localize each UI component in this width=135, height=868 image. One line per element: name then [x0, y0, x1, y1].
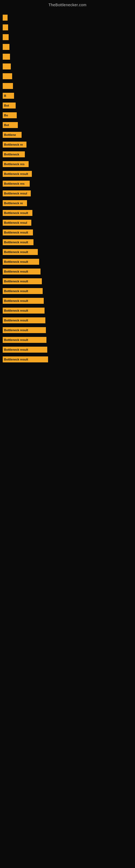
bar-label-26: Bottleneck result — [4, 270, 28, 273]
bar-row: Bottleneck result — [3, 229, 132, 236]
bar-20: Bottleneck result — [3, 210, 32, 216]
bar-row: Bottleneck result — [3, 170, 132, 178]
bar-row: Bottleneck result — [3, 307, 132, 314]
bar-row: Bottleneck result — [3, 355, 132, 363]
bar-30: Bottleneck result — [3, 308, 45, 314]
bar-row: Bot — [3, 102, 132, 109]
bar-row: Bottleneck result — [3, 316, 132, 324]
bar-row: Bottleneck result — [3, 248, 132, 256]
bar-10: Bo — [3, 112, 17, 118]
bar-label-30: Bottleneck result — [4, 309, 28, 312]
bar-row: Bot — [3, 121, 132, 129]
bar-13: Bottleneck re — [3, 142, 27, 148]
bar-row: Bottleneck result — [3, 297, 132, 305]
bar-label-23: Bottleneck result — [4, 241, 28, 244]
bar-31: Bottleneck result — [3, 317, 45, 323]
bar-23: Bottleneck result — [3, 239, 34, 245]
bar-label-32: Bottleneck result — [4, 329, 28, 332]
bar-label-24: Bottleneck result — [4, 250, 28, 254]
bar-label-22: Bottleneck result — [4, 231, 28, 234]
bar-label-34: Bottleneck result — [4, 348, 28, 351]
bar-12: Bottlene — [3, 132, 21, 138]
bar-label-28: Bottleneck result — [4, 289, 28, 293]
bar-11: Bot — [3, 122, 18, 128]
bar-28: Bottleneck result — [3, 288, 43, 294]
bar-14: Bottleneck — [3, 151, 25, 157]
site-title: TheBottlenecker.com — [0, 0, 135, 8]
bar-label-27: Bottleneck result — [4, 280, 28, 283]
bar-18: Bottleneck resul — [3, 190, 31, 196]
bar-16: Bottleneck result — [3, 171, 32, 177]
bar-label-33: Bottleneck result — [4, 338, 28, 341]
bar-label-20: Bottleneck result — [4, 211, 28, 215]
bar-row: Bottleneck result — [3, 258, 132, 266]
bar-19: Bottleneck re — [3, 200, 27, 206]
bar-label-11: Bot — [4, 123, 9, 127]
bar-row — [3, 63, 132, 70]
bar-5 — [3, 63, 11, 69]
bar-row: Bottleneck result — [3, 268, 132, 275]
bar-label-29: Bottleneck result — [4, 299, 28, 303]
bar-32: Bottleneck result — [3, 327, 46, 333]
bar-17: Bottleneck res — [3, 181, 30, 187]
bar-9: Bot — [3, 102, 16, 108]
bar-label-16: Bottleneck result — [4, 172, 28, 176]
bar-row — [3, 24, 132, 31]
bar-25: Bottleneck result — [3, 259, 39, 265]
bars-container: BBotBoBotBottleneBottleneck reBottleneck… — [0, 8, 135, 365]
bar-8: B — [3, 93, 14, 99]
bar-34: Bottleneck result — [3, 347, 47, 352]
bar-row: Bottleneck resul — [3, 190, 132, 197]
bar-row — [3, 53, 132, 61]
bar-6 — [3, 73, 12, 79]
bar-21: Bottleneck resul — [3, 220, 31, 226]
bar-row: Bottlene — [3, 131, 132, 138]
bar-label-10: Bo — [4, 114, 8, 117]
bar-row: Bottleneck re — [3, 141, 132, 148]
bar-24: Bottleneck result — [3, 249, 38, 255]
bar-label-9: Bot — [4, 104, 9, 107]
bar-row — [3, 43, 132, 51]
bar-33: Bottleneck result — [3, 337, 46, 343]
bar-row: Bottleneck result — [3, 336, 132, 344]
bar-label-18: Bottleneck resul — [4, 192, 27, 195]
bar-label-21: Bottleneck resul — [4, 221, 27, 224]
bar-29: Bottleneck result — [3, 298, 44, 304]
bar-row: Bottleneck result — [3, 239, 132, 246]
bar-row: Bottleneck result — [3, 209, 132, 217]
bar-row: Bottleneck result — [3, 346, 132, 353]
bar-label-12: Bottlene — [4, 133, 16, 136]
bar-label-35: Bottleneck result — [4, 358, 28, 361]
bar-label-17: Bottleneck res — [4, 182, 25, 185]
bar-row: Bottleneck — [3, 151, 132, 158]
bar-15: Bottleneck res — [3, 161, 29, 167]
bar-label-25: Bottleneck result — [4, 260, 28, 264]
bar-row — [3, 14, 132, 22]
bar-35: Bottleneck result — [3, 356, 48, 362]
bar-label-19: Bottleneck re — [4, 202, 23, 205]
bar-1 — [3, 24, 8, 30]
bar-26: Bottleneck result — [3, 269, 41, 275]
bar-row — [3, 82, 132, 90]
bar-row: Bottleneck result — [3, 278, 132, 285]
bar-row: Bottleneck res — [3, 180, 132, 187]
bar-label-14: Bottleneck — [4, 153, 19, 156]
bar-4 — [3, 54, 10, 60]
bar-label-13: Bottleneck re — [4, 143, 23, 146]
bar-3 — [3, 44, 9, 50]
bar-row: Bottleneck res — [3, 160, 132, 168]
bar-row — [3, 33, 132, 41]
bar-2 — [3, 34, 9, 40]
bar-label-15: Bottleneck res — [4, 162, 25, 166]
bar-row: Bottleneck result — [3, 326, 132, 334]
bar-row: Bo — [3, 112, 132, 119]
bar-0 — [3, 14, 8, 21]
bar-row: Bottleneck re — [3, 199, 132, 207]
bar-row: Bottleneck resul — [3, 219, 132, 226]
bar-22: Bottleneck result — [3, 229, 33, 236]
bar-27: Bottleneck result — [3, 278, 42, 284]
bar-7 — [3, 83, 13, 89]
bar-label-8: B — [4, 94, 6, 97]
bar-row — [3, 72, 132, 80]
bar-label-31: Bottleneck result — [4, 319, 28, 322]
